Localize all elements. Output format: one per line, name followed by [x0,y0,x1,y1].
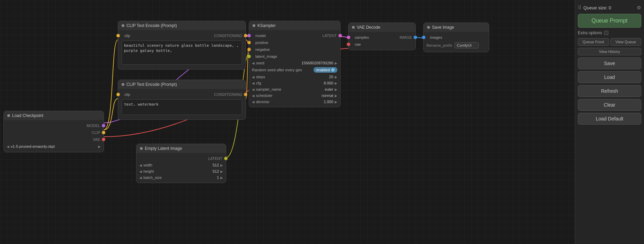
model-input-label: model [255,34,266,38]
batch-size-slider-row: ◀ batch_size 1 ▶ [136,174,226,181]
load-checkpoint-header: Load Checkpoint [4,111,104,120]
seed-value: 156680208700286 [301,61,333,65]
cfg-next-arrow[interactable]: ▶ [335,81,337,85]
random-seed-row: Random seed after every gen enabled [249,66,340,74]
vae-decode-body: samples IMAGE vae [349,32,415,50]
clip-neg-text-input[interactable]: text, watermark [122,99,242,115]
queue-front-button[interactable]: Queue Front [578,38,609,46]
latent-image-input-port[interactable] [247,55,251,58]
samples-input-row: samples IMAGE [349,34,415,41]
latent-output-port[interactable] [224,157,228,160]
clip-neg-output-label: CONDITIONING [214,92,242,97]
samples-input-label: samples [355,35,369,39]
save-image-body: images filename_prefix [424,32,489,52]
images-input-label: images [430,35,442,39]
scheduler-prev-arrow[interactable]: ◀ [252,94,255,98]
image-output-port[interactable] [414,36,417,39]
batch-size-label: batch_size [143,175,190,180]
denoise-label: denoise [256,100,304,104]
clip-neg-output-port[interactable] [244,93,247,96]
ckpt-name-value: v1-5-pruned-emaonly.ckpt [11,144,97,148]
clip-neg-input-port[interactable] [116,93,120,96]
model-output-port[interactable] [102,124,105,127]
refresh-button[interactable]: Refresh [578,85,641,97]
width-slider-row: ◀ width 512 ▶ [136,162,226,168]
load-checkpoint-body: MODEL CLIP VAE ◀ v1-5-pruned-emaonly.ckp… [4,120,104,152]
ckpt-next-arrow[interactable]: ▶ [98,145,101,148]
images-input-port[interactable] [422,36,425,39]
save-button[interactable]: Save [578,57,641,69]
extra-options-checkbox[interactable] [604,31,608,35]
positive-input-row: positive [249,39,340,46]
view-queue-button[interactable]: View Queue [610,38,642,46]
clip-encode-neg-header: CLIP Text Encode (Prompt) [118,80,246,89]
width-label: width [143,163,190,167]
vae-input-port[interactable] [347,43,350,46]
seed-prev-arrow[interactable]: ◀ [252,61,255,65]
height-next-arrow[interactable]: ▶ [220,170,223,173]
batch-next-arrow[interactable]: ▶ [220,176,223,180]
scheduler-next-arrow[interactable]: ▶ [335,94,337,98]
batch-prev-arrow[interactable]: ◀ [139,176,142,180]
vae-output-row: VAE [4,136,104,143]
steps-prev-arrow[interactable]: ◀ [252,75,255,79]
width-next-arrow[interactable]: ▶ [220,163,223,167]
load-default-button[interactable]: Load Default [578,113,641,125]
extra-options-label: Extra options [578,30,602,35]
filename-prefix-row: filename_prefix [424,41,489,50]
ksampler-body: model LATENT positive negative latent_im… [249,30,340,107]
positive-input-label: positive [255,40,268,45]
sampler-prev-arrow[interactable]: ◀ [252,88,255,91]
sampler-next-arrow[interactable]: ▶ [335,88,337,91]
width-value: 512 [191,163,219,167]
clip-pos-text-input[interactable]: beautiful scenery nature glass bottle la… [122,40,242,65]
clip-pos-output-port[interactable] [244,34,247,37]
queue-prompt-button[interactable]: Queue Prompt [578,14,641,28]
clip-pos-input-label: clip [124,34,130,38]
steps-label: steps [256,75,304,79]
empty-latent-node: Empty Latent Image LATENT ◀ width 512 ▶ … [136,144,226,183]
clip-neg-input-row: clip CONDITIONING [118,91,246,98]
model-output-label: MODEL [87,124,100,128]
view-history-button[interactable]: View History [578,48,641,55]
vae-decode-node: VAE Decode samples IMAGE vae [348,22,416,50]
denoise-value: 1.000 [306,100,333,104]
clip-encode-neg-body: clip CONDITIONING text, watermark [118,89,246,119]
ckpt-prev-arrow[interactable]: ◀ [7,145,9,148]
latent-out-port[interactable] [338,34,342,37]
random-seed-toggle[interactable]: enabled [314,67,337,73]
steps-slider-row: ◀ steps 20 ▶ [249,74,340,80]
vae-decode-title: VAE Decode [357,25,380,30]
positive-input-port[interactable] [247,41,251,44]
clip-output-port[interactable] [102,131,105,134]
negative-input-port[interactable] [247,48,251,51]
width-prev-arrow[interactable]: ◀ [139,163,142,167]
filename-prefix-label: filename_prefix [426,43,452,47]
scheduler-label: scheduler [256,93,320,98]
steps-next-arrow[interactable]: ▶ [335,75,337,79]
clip-encode-neg-title: CLIP Text Encode (Prompt) [126,82,177,87]
denoise-prev-arrow[interactable]: ◀ [252,100,255,104]
height-prev-arrow[interactable]: ◀ [139,170,142,173]
filename-prefix-input[interactable] [455,42,479,48]
gear-icon[interactable]: ⚙ [637,5,641,10]
panel-header: ⠿ Queue size: 0 ⚙ [578,3,641,12]
clip-encode-neg-node: CLIP Text Encode (Prompt) clip CONDITION… [118,80,246,120]
dots-icon: ⠿ [578,5,581,10]
seed-next-arrow[interactable]: ▶ [335,61,337,65]
cfg-prev-arrow[interactable]: ◀ [252,81,255,85]
load-button[interactable]: Load [578,71,641,83]
ksampler-title: KSampler [257,23,276,28]
samples-input-port[interactable] [347,36,350,39]
clip-neg-input-label: clip [124,92,130,97]
vae-output-label: VAE [93,137,100,142]
load-checkpoint-title: Load Checkpoint [12,113,43,118]
clear-button[interactable]: Clear [578,99,641,111]
model-input-port[interactable] [247,34,251,37]
clip-encode-pos-title: CLIP Text Encode (Prompt) [126,23,177,28]
vae-output-port[interactable] [102,138,105,141]
image-output-label: IMAGE [400,35,412,39]
clip-pos-input-port[interactable] [116,34,120,37]
toggle-circle [331,68,335,72]
denoise-next-arrow[interactable]: ▶ [335,100,337,104]
